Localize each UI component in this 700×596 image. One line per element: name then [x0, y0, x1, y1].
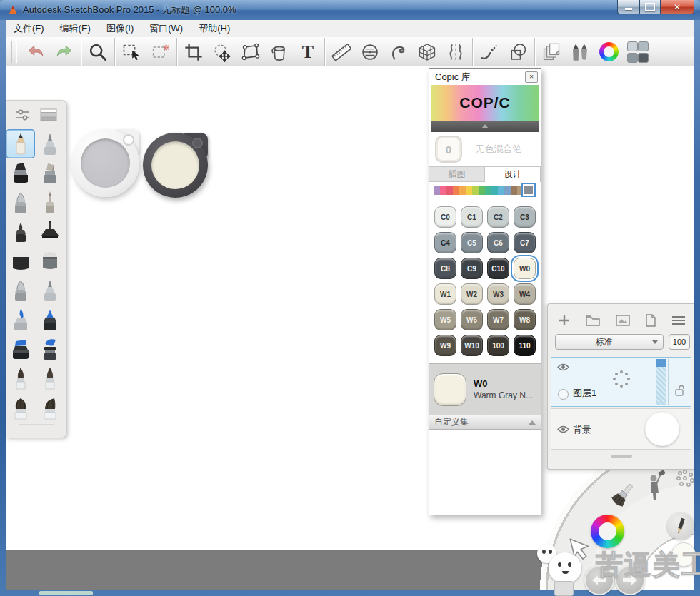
- layer-row-background[interactable]: 背景: [551, 408, 691, 450]
- gear-dots-icon[interactable]: [676, 468, 694, 488]
- tab-illustration[interactable]: 插图: [429, 166, 485, 182]
- fill-button[interactable]: [265, 39, 294, 66]
- copic-swatch-C5[interactable]: C5: [461, 232, 483, 253]
- menu-item-3[interactable]: 窗口(W): [141, 20, 191, 37]
- menu-item-1[interactable]: 编辑(E): [52, 20, 99, 37]
- brush-chisel-marker[interactable]: [6, 158, 35, 188]
- copic-swatch-W5[interactable]: W5: [434, 309, 456, 330]
- brush-soft-eraser[interactable]: [35, 246, 64, 276]
- steady-stroke-button[interactable]: [475, 39, 504, 66]
- marquee-select-button[interactable]: [117, 39, 146, 66]
- brush-palette-button[interactable]: [566, 39, 594, 66]
- strip-color-2[interactable]: [446, 186, 453, 195]
- copic-swatch-C7[interactable]: C7: [514, 232, 536, 253]
- selected-color-swatch[interactable]: [434, 373, 466, 406]
- ruler-button[interactable]: [327, 39, 356, 66]
- brush-blue-chisel-brush[interactable]: [6, 334, 35, 363]
- brush-stamp-brush[interactable]: [35, 217, 64, 246]
- layers-panel-handle[interactable]: [548, 451, 694, 461]
- brush-small-bristle-brush-2[interactable]: [35, 363, 64, 393]
- colorless-blender-swatch[interactable]: 0: [435, 136, 462, 163]
- close-button[interactable]: ✕: [660, 0, 694, 14]
- copic-swatch-C3[interactable]: C3: [514, 206, 536, 228]
- maximize-button[interactable]: [640, 0, 660, 14]
- copic-swatch-100[interactable]: 100: [487, 335, 509, 356]
- copic-swatch-C10[interactable]: C10: [487, 258, 509, 279]
- layer-editor-button[interactable]: [537, 39, 566, 66]
- strip-color-10[interactable]: [498, 186, 504, 195]
- brush-gray-marker[interactable]: [6, 276, 35, 305]
- custom-set-bar[interactable]: 自定义集: [429, 415, 541, 430]
- visibility-eye-icon[interactable]: [557, 425, 569, 434]
- layer-color-tag[interactable]: [558, 389, 569, 400]
- ellipse-guide-button[interactable]: [356, 39, 384, 66]
- copic-swatch-C8[interactable]: C8: [434, 258, 456, 279]
- copic-close-icon[interactable]: ✕: [525, 71, 538, 83]
- copic-swatch-C2[interactable]: C2: [487, 206, 509, 228]
- copic-swatch-W8[interactable]: W8: [514, 309, 536, 330]
- perspective-button[interactable]: [413, 39, 441, 66]
- strip-selected-marker[interactable]: [521, 183, 536, 197]
- strip-color-3[interactable]: [453, 186, 459, 195]
- strip-color-1[interactable]: [440, 186, 446, 195]
- menu-item-2[interactable]: 图像(I): [99, 20, 141, 37]
- layer-row-1[interactable]: 图层1: [551, 357, 691, 407]
- tab-design[interactable]: 设计: [485, 166, 541, 182]
- color-puck[interactable]: [143, 133, 208, 198]
- copic-color-strip[interactable]: [429, 182, 541, 203]
- transform-button[interactable]: [208, 39, 236, 66]
- brush-settings-icon[interactable]: [14, 107, 31, 123]
- brush-airbrush[interactable]: [35, 334, 64, 363]
- copic-swatch-W6[interactable]: W6: [461, 309, 483, 330]
- distort-button[interactable]: [236, 39, 265, 66]
- copic-swatch-W0[interactable]: W0: [514, 258, 536, 279]
- crop-button[interactable]: [179, 39, 208, 66]
- strip-color-5[interactable]: [466, 186, 472, 195]
- undo-button[interactable]: [21, 39, 50, 66]
- copic-swatch-C4[interactable]: C4: [434, 232, 456, 253]
- opacity-field[interactable]: 100: [669, 334, 690, 350]
- background-color-thumb[interactable]: [645, 412, 679, 446]
- strip-color-9[interactable]: [491, 186, 498, 195]
- add-layer-icon[interactable]: [558, 314, 571, 327]
- copic-swatch-button[interactable]: [623, 39, 651, 66]
- strip-color-0[interactable]: [434, 186, 440, 195]
- shapes-button[interactable]: [504, 39, 532, 66]
- strip-color-11[interactable]: [504, 186, 511, 195]
- brush-metal-marker[interactable]: [35, 276, 64, 305]
- menu-item-0[interactable]: 文件(F): [6, 20, 52, 37]
- copic-swatch-W9[interactable]: W9: [434, 335, 456, 356]
- pencil-puck-icon[interactable]: [667, 512, 694, 540]
- redo-button[interactable]: [50, 39, 79, 66]
- strip-color-4[interactable]: [459, 186, 466, 195]
- layer-menu-icon[interactable]: [671, 315, 686, 326]
- text-button[interactable]: T: [294, 39, 322, 66]
- tools-figure-icon[interactable]: [644, 470, 667, 502]
- brush-bullet-marker[interactable]: [6, 188, 35, 217]
- brush-puck[interactable]: [71, 129, 139, 197]
- copic-swatch-C0[interactable]: C0: [434, 206, 456, 228]
- symmetry-button[interactable]: [441, 39, 470, 66]
- duplicate-layer-icon[interactable]: [645, 314, 656, 327]
- color-wheel-button[interactable]: [594, 39, 623, 66]
- titlebar[interactable]: Autodesk SketchBook Pro 2015 - 无标题 @ 100…: [0, 0, 700, 20]
- brush-panel-handle[interactable]: [19, 424, 54, 431]
- paint-brush-icon[interactable]: [603, 477, 641, 515]
- brush-blue-marker[interactable]: [35, 305, 64, 334]
- color-wheel-icon[interactable]: [591, 515, 624, 548]
- copic-swatch-W10[interactable]: W10: [461, 335, 483, 356]
- deselect-button[interactable]: [146, 39, 174, 66]
- menu-item-4[interactable]: 帮助(H): [191, 20, 238, 37]
- copic-swatch-W2[interactable]: W2: [461, 283, 483, 305]
- blend-mode-dropdown[interactable]: 标准: [555, 334, 664, 350]
- copic-collapse-bar[interactable]: [431, 121, 539, 132]
- visibility-eye-icon[interactable]: [557, 363, 569, 372]
- strip-color-7[interactable]: [479, 186, 485, 195]
- lock-open-icon[interactable]: [675, 385, 684, 396]
- strip-color-6[interactable]: [472, 186, 479, 195]
- brush-ballpoint-pen[interactable]: [35, 129, 64, 158]
- copic-swatch-C6[interactable]: C6: [487, 232, 509, 253]
- zoom-button[interactable]: [84, 39, 112, 66]
- minimize-button[interactable]: [617, 0, 640, 14]
- french-curve-button[interactable]: [384, 39, 413, 66]
